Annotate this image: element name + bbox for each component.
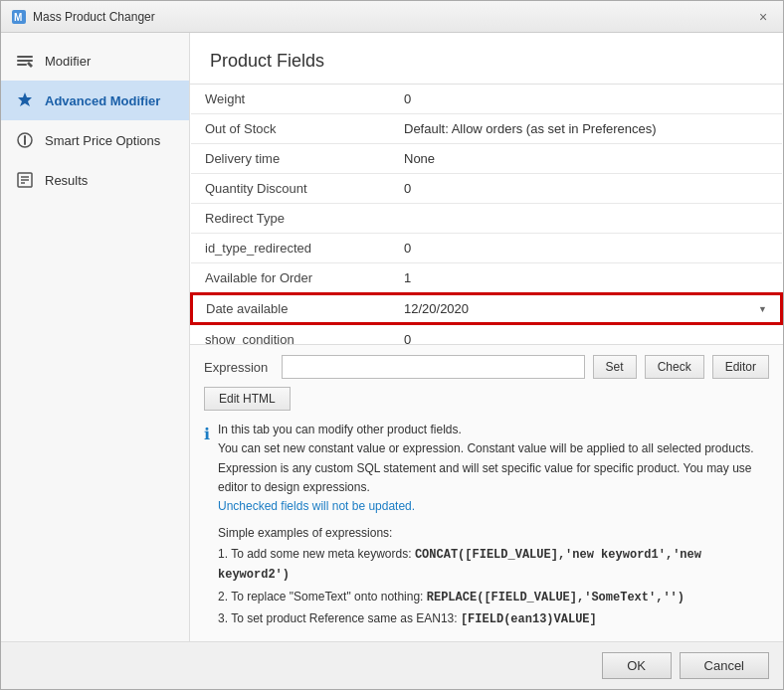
sidebar-item-results[interactable]: Results bbox=[1, 160, 189, 200]
main-panel: Product Fields Weight0Out of StockDefaul… bbox=[190, 33, 783, 641]
table-row[interactable]: show_condition0 bbox=[191, 324, 782, 344]
sidebar-item-smart-price[interactable]: Smart Price Options bbox=[1, 120, 189, 160]
field-name-cell: Date available bbox=[191, 293, 390, 324]
examples-header: Simple examples of expressions: bbox=[218, 524, 769, 543]
date-available-input[interactable] bbox=[404, 301, 754, 316]
set-button[interactable]: Set bbox=[593, 355, 637, 379]
title-bar-left: M Mass Product Changer bbox=[11, 9, 155, 25]
content-area: Modifier Advanced Modifier Smart Price O… bbox=[1, 33, 783, 641]
svg-rect-4 bbox=[17, 64, 27, 66]
table-row[interactable]: Weight0 bbox=[191, 85, 782, 114]
examples-section: Simple examples of expressions: 1. To ad… bbox=[218, 524, 769, 629]
svg-point-6 bbox=[24, 138, 26, 140]
sidebar-item-advanced-label: Advanced Modifier bbox=[45, 93, 160, 108]
svg-rect-2 bbox=[17, 56, 33, 58]
table-row[interactable]: Redirect Type bbox=[191, 204, 782, 234]
results-icon bbox=[15, 170, 35, 190]
example2: 2. To replace "SomeText" onto nothing: R… bbox=[218, 588, 769, 607]
field-name-cell: show_condition bbox=[191, 324, 390, 344]
main-header: Product Fields bbox=[190, 33, 783, 85]
info-line3: Expression is any custom SQL statement a… bbox=[218, 461, 751, 494]
sidebar-item-smart-price-label: Smart Price Options bbox=[45, 133, 160, 148]
table-row[interactable]: Available for Order1 bbox=[191, 263, 782, 294]
field-value-cell: Default: Allow orders (as set in Prefere… bbox=[390, 114, 782, 144]
field-value-cell bbox=[390, 204, 782, 234]
date-dropdown-icon[interactable]: ▼ bbox=[758, 304, 767, 314]
example1: 1. To add some new meta keywords: CONCAT… bbox=[218, 545, 769, 585]
info-text: In this tab you can modify other product… bbox=[218, 421, 769, 631]
field-value-cell: 0 bbox=[390, 234, 782, 263]
editor-button[interactable]: Editor bbox=[712, 355, 769, 379]
field-value-cell: 0 bbox=[390, 174, 782, 204]
sidebar-item-advanced-modifier[interactable]: Advanced Modifier bbox=[1, 81, 189, 120]
title-bar: M Mass Product Changer × bbox=[1, 1, 783, 33]
table-row[interactable]: Date available▼ bbox=[191, 293, 782, 324]
field-name-cell: id_type_redirected bbox=[191, 234, 390, 263]
table-row[interactable]: Quantity Discount0 bbox=[191, 174, 782, 204]
info-box: ℹ In this tab you can modify other produ… bbox=[204, 421, 769, 631]
footer-buttons: OK Cancel bbox=[1, 641, 783, 689]
svg-text:M: M bbox=[14, 12, 22, 23]
edit-html-button[interactable]: Edit HTML bbox=[204, 387, 291, 411]
app-icon: M bbox=[11, 9, 27, 25]
main-window: M Mass Product Changer × Modifier Advanc… bbox=[0, 0, 784, 690]
sidebar-item-modifier-label: Modifier bbox=[45, 54, 91, 69]
unchecked-fields-link[interactable]: Unchecked fields will not be updated. bbox=[218, 499, 415, 513]
info-icon: ℹ bbox=[204, 422, 210, 631]
smart-price-icon bbox=[15, 130, 35, 150]
field-value-cell: 1 bbox=[390, 263, 782, 294]
example3: 3. To set product Reference same as EAN1… bbox=[218, 609, 769, 629]
field-value-cell[interactable]: ▼ bbox=[390, 293, 782, 324]
field-name-cell: Redirect Type bbox=[191, 204, 390, 234]
product-fields-table: Weight0Out of StockDefault: Allow orders… bbox=[190, 85, 783, 344]
field-value-cell: 0 bbox=[390, 85, 782, 114]
info-line2: You can set new constant value or expres… bbox=[218, 441, 754, 455]
expression-row: Expression Set Check Editor bbox=[204, 355, 769, 379]
close-button[interactable]: × bbox=[753, 7, 773, 27]
field-name-cell: Quantity Discount bbox=[191, 174, 390, 204]
sidebar-item-results-label: Results bbox=[45, 173, 88, 188]
expression-label: Expression bbox=[204, 360, 274, 375]
info-line1: In this tab you can modify other product… bbox=[218, 423, 462, 436]
cancel-button[interactable]: Cancel bbox=[680, 652, 769, 679]
field-name-cell: Delivery time bbox=[191, 144, 390, 174]
table-row[interactable]: id_type_redirected0 bbox=[191, 234, 782, 263]
table-row[interactable]: Out of StockDefault: Allow orders (as se… bbox=[191, 114, 782, 144]
field-name-cell: Weight bbox=[191, 85, 390, 114]
sidebar: Modifier Advanced Modifier Smart Price O… bbox=[1, 33, 190, 641]
window-title: Mass Product Changer bbox=[33, 10, 155, 24]
bottom-panel: Expression Set Check Editor Edit HTML ℹ … bbox=[190, 344, 783, 641]
advanced-modifier-icon bbox=[15, 90, 35, 110]
modifier-icon bbox=[15, 51, 35, 71]
ok-button[interactable]: OK bbox=[602, 652, 672, 679]
field-name-cell: Available for Order bbox=[191, 263, 390, 294]
sidebar-item-modifier[interactable]: Modifier bbox=[1, 41, 189, 81]
field-value-cell: 0 bbox=[390, 324, 782, 344]
field-value-cell: None bbox=[390, 144, 782, 174]
field-name-cell: Out of Stock bbox=[191, 114, 390, 144]
product-fields-table-area: Weight0Out of StockDefault: Allow orders… bbox=[190, 85, 783, 344]
check-button[interactable]: Check bbox=[645, 355, 704, 379]
svg-rect-3 bbox=[17, 60, 33, 62]
expression-input[interactable] bbox=[282, 355, 585, 379]
table-row[interactable]: Delivery timeNone bbox=[191, 144, 782, 174]
